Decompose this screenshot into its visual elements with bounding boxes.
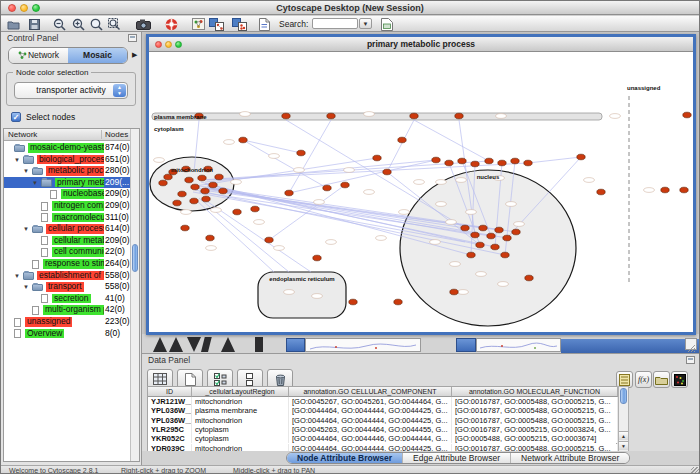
disclosure-triangle-icon[interactable]: ▼ [32,179,38,187]
tree-node-label[interactable]: Overview [25,329,64,339]
tree-node-label[interactable]: cell communicat [52,247,104,257]
network-node[interactable] [503,235,511,241]
tree-node-label[interactable]: establishment of lo [37,271,104,281]
tree-scrollbar[interactable] [130,129,139,461]
zoom-in-icon[interactable] [71,17,86,31]
network-node[interactable] [445,160,453,166]
snapshot-icon[interactable] [136,17,151,31]
network-node[interactable] [219,188,227,194]
disclosure-triangle-icon[interactable]: ▼ [23,225,29,233]
import-table-icon[interactable] [653,371,670,388]
disclosure-triangle-icon[interactable]: ▼ [23,283,29,291]
network-node[interactable] [491,244,499,250]
background-window-titlebar[interactable] [286,338,305,352]
column-header-annotation-go-molecular-function[interactable]: annotation.GO MOLECULAR_FUNCTION [452,387,618,397]
network-node[interactable] [525,275,533,281]
network-node[interactable] [297,150,305,156]
tree-node-label[interactable]: primary metabo [55,178,104,188]
tree-row-metabolic-process[interactable]: ▼metabolic process280(0) [4,165,130,177]
tree-row-multi-organism-pro[interactable]: multi-organism pro42(0) [4,304,130,316]
tree-node-label[interactable]: multi-organism pro [43,305,104,315]
tree-row-nucleobase-[interactable]: nucleobase-209(0) [4,188,130,200]
background-window-fragment[interactable] [476,338,561,352]
scroll-up-icon[interactable]: ▲ [619,431,628,440]
network-node[interactable] [511,158,519,164]
float-panel-icon[interactable] [128,34,137,42]
tree-node-label[interactable]: unassigned [25,317,72,327]
table-row-ypl036w-1[interactable]: YPL036W__1mitochondrion[GO:0044464, GO:0… [148,416,618,425]
tree-row-establishment-of-lo[interactable]: ▼establishment of lo558(0) [4,270,130,282]
tree-row-macromolecule[interactable]: macromolecule311(0) [4,212,130,224]
network-node[interactable] [680,187,688,193]
network-node[interactable] [323,185,331,191]
network-node[interactable] [159,180,167,186]
network-node[interactable] [173,200,181,206]
network-node[interactable] [471,161,479,167]
tree-node-label[interactable]: nitrogen compo [52,201,104,211]
network-node[interactable] [209,182,217,188]
network-node[interactable] [265,237,273,243]
tree-col-nodes[interactable]: Nodes [101,130,128,139]
network-node[interactable] [239,137,247,143]
tree-row-cell-communicat[interactable]: cell communicat22(0) [4,246,130,258]
network-node[interactable] [178,191,186,197]
network-node[interactable] [577,154,585,160]
node-color-dropdown[interactable]: transporter activity ▲▼ [14,82,128,99]
network-node[interactable] [467,252,475,258]
table-row-ypl036w-2[interactable]: YPL036W__2plasma membrane[GO:0044464, GO… [148,406,618,415]
tab-overflow-icon[interactable]: ▶ [132,51,137,59]
search-dropdown-icon[interactable]: ▼ [359,18,372,29]
network-node[interactable] [341,182,349,188]
network-node[interactable] [206,235,214,241]
network-node[interactable] [201,188,209,194]
network-node[interactable] [190,198,198,204]
tab-node-attribute-browser[interactable]: Node Attribute Browser [287,453,403,463]
network-node[interactable] [458,158,466,164]
tree-node-label[interactable]: cellular metabol [52,236,104,246]
tab-network-attribute-browser[interactable]: Network Attribute Browser [511,453,629,463]
network-node[interactable] [432,157,440,163]
open-file-icon[interactable] [6,17,21,31]
network-node[interactable] [202,196,210,202]
table-scrollbar[interactable]: ▲ ▼ [618,386,629,452]
network-node[interactable] [282,113,290,119]
tree-node-label[interactable]: cellular process [46,224,104,234]
network-node[interactable] [476,242,484,248]
matrix-view-icon[interactable] [671,371,688,388]
tree-row-overview[interactable]: Overview8(0) [4,328,130,340]
table-row-yjr121w-1[interactable]: YJR121W__1mitochondrion[GO:0045267, GO:0… [148,397,618,406]
tree-row-unassigned[interactable]: unassigned223(0) [4,316,130,328]
table-row-ylr295c[interactable]: YLR295Ccytoplasm[GO:0045263, GO:0044464,… [148,425,618,434]
tree-node-label[interactable]: mosaic-demo-yeast [28,143,104,153]
tree-row-cellular-metabol[interactable]: cellular metabol209(0) [4,235,130,247]
network-node[interactable] [191,184,199,190]
column-header-id[interactable]: ID [148,387,192,397]
network-canvas-svg[interactable]: plasma membranecytoplasmmitochondrionnuc… [149,52,693,330]
float-data-panel-icon[interactable] [686,356,695,364]
table-scrollbar-thumb[interactable] [620,388,627,404]
network-node[interactable] [661,187,669,193]
help-icon[interactable] [164,17,179,31]
app-titlebar[interactable]: Cytoscape Desktop (New Session) [1,1,699,15]
function-builder-icon[interactable]: f(x) [635,371,652,388]
tree-scrollbar-thumb[interactable] [132,244,138,272]
network-node[interactable] [524,160,532,166]
tree-node-label[interactable]: macromolecule [52,213,104,223]
network-node[interactable] [479,225,487,231]
tree-node-label[interactable]: nucleobase- [61,189,104,199]
network-node[interactable] [461,225,469,231]
tree-col-network[interactable]: Network [8,130,37,139]
network-node[interactable] [373,155,381,161]
column-header--cellularlayoutregion[interactable]: _cellularLayoutRegion [192,387,289,397]
tree-node-label[interactable]: secretion [52,294,91,304]
disclosure-triangle-icon[interactable]: ▼ [23,167,29,175]
network-node[interactable] [164,174,172,180]
window-grow-icon[interactable] [691,467,700,474]
network-node[interactable] [198,175,206,181]
tree-row-response-to-stimulu[interactable]: response to stimulu264(0) [4,258,130,270]
network-node[interactable] [394,299,402,305]
dropdown-stepper-icon[interactable]: ▲▼ [113,84,126,97]
zoom-fit-icon[interactable] [89,17,104,31]
network-node[interactable] [487,233,495,239]
tab-edge-attribute-browser[interactable]: Edge Attribute Browser [403,453,511,463]
